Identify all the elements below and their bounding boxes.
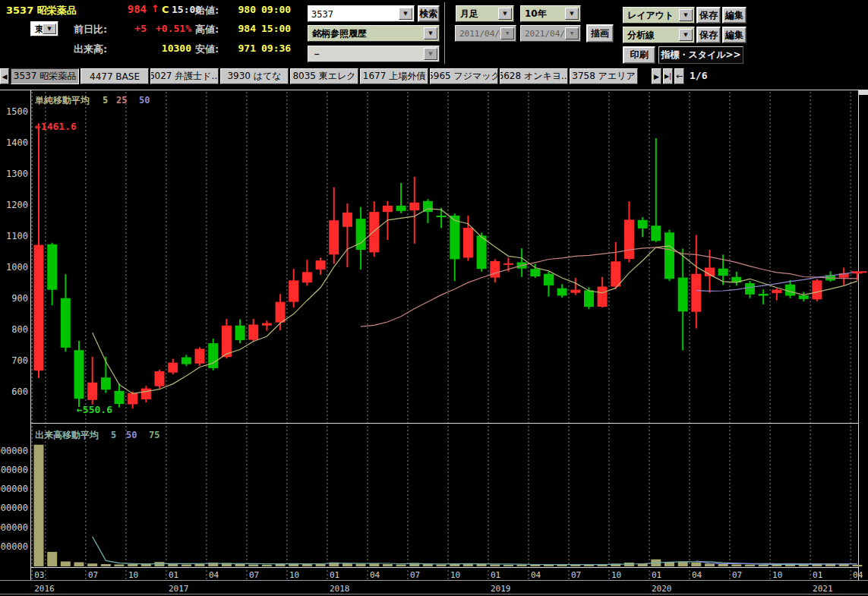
price-up-arrow-icon: ↑: [151, 3, 159, 14]
svg-text:2019: 2019: [491, 584, 511, 594]
dropdown-arrow-icon[interactable]: ▼: [43, 24, 56, 34]
svg-text:10: 10: [772, 570, 782, 580]
tab-3930[interactable]: 3930 はてな: [220, 68, 289, 84]
dropdown-arrow-icon[interactable]: ▼: [679, 9, 693, 21]
svg-text:04: 04: [209, 570, 219, 580]
tab-scroll-left-button[interactable]: ◀: [0, 68, 9, 84]
tab-6628[interactable]: 6628 オンキヨ...: [500, 68, 568, 84]
indicator-style-button[interactable]: 指標・スタイル>>: [658, 46, 743, 64]
blank-select[interactable]: － ▼: [308, 46, 440, 62]
ref-history-select[interactable]: 銘柄参照履歴 ▼: [308, 25, 440, 42]
tab-5965[interactable]: 5965 フジマック: [430, 68, 498, 84]
dropdown-arrow-icon[interactable]: ▼: [498, 8, 512, 20]
svg-text:2018: 2018: [330, 584, 350, 594]
svg-text:単純移動平均: 単純移動平均: [34, 95, 90, 106]
svg-text:04: 04: [853, 570, 863, 580]
date-from-field[interactable]: 2011/04/05 ▼: [455, 25, 516, 42]
app-window: 3537 昭栄薬品 984 ↑ C 15:00 始値: 980 09:00 東*…: [0, 0, 868, 596]
low-time: 09:36: [261, 43, 291, 54]
exchange-select[interactable]: 東* ▼: [30, 21, 58, 36]
date-to-field[interactable]: 2021/04/05 ▼: [520, 25, 581, 42]
layout-select[interactable]: レイアウト ▼: [623, 7, 695, 24]
tab-back-button[interactable]: ←: [674, 68, 684, 84]
svg-text:07: 07: [571, 570, 581, 580]
svg-text:5000000: 5000000: [0, 522, 28, 533]
tab-3758[interactable]: 3758 アエリア: [570, 68, 638, 84]
open-label: 始値:: [195, 4, 219, 17]
span-value: 10年: [525, 8, 547, 20]
span-select[interactable]: 10年 ▼: [520, 5, 581, 22]
dropdown-arrow-icon: ▼: [565, 27, 579, 39]
low-label: 安値:: [195, 43, 219, 56]
stock-code-input[interactable]: [310, 8, 400, 21]
period-value: 月足: [460, 8, 478, 20]
svg-text:7500000: 7500000: [0, 503, 28, 513]
svg-text:07: 07: [249, 570, 259, 580]
tab-next-button[interactable]: ▶: [652, 68, 661, 84]
tab-8035[interactable]: 8035 東エレク: [290, 68, 358, 84]
svg-text:1100: 1100: [6, 231, 28, 241]
svg-text:1400: 1400: [6, 137, 28, 148]
layout-edit-button[interactable]: 編集: [722, 7, 746, 24]
svg-text:2017: 2017: [169, 584, 189, 594]
svg-text:01: 01: [491, 570, 500, 580]
blank-value: －: [312, 48, 321, 61]
svg-text:10: 10: [611, 570, 621, 580]
prev-diff-pct: +0.51%: [152, 23, 191, 34]
svg-text:07: 07: [732, 570, 742, 580]
svg-text:50: 50: [126, 430, 137, 440]
svg-text:12500000: 12500000: [0, 465, 28, 475]
tab-3537[interactable]: 3537 昭栄薬品: [11, 68, 79, 84]
dropdown-arrow-icon[interactable]: ▼: [424, 27, 437, 39]
svg-text:1500: 1500: [6, 106, 28, 117]
analysis-edit-button[interactable]: 編集: [722, 27, 746, 43]
svg-text:50: 50: [139, 95, 150, 106]
dropdown-arrow-icon[interactable]: ▼: [679, 29, 693, 41]
svg-text:出来高移動平均: 出来高移動平均: [35, 430, 99, 440]
session-flag: C: [162, 4, 169, 15]
svg-text:15000000: 15000000: [0, 446, 28, 456]
layout-save-button[interactable]: 保存: [696, 7, 721, 24]
stock-code-name: 3537 昭栄薬品: [6, 4, 77, 17]
period-select[interactable]: 月足 ▼: [456, 5, 514, 22]
svg-text:25: 25: [116, 95, 127, 106]
volume-value: 10300: [144, 43, 191, 54]
svg-text:←1461.6: ←1461.6: [35, 121, 77, 132]
analysis-line-select[interactable]: 分析線 ▼: [623, 27, 695, 43]
print-button[interactable]: 印刷: [623, 46, 655, 64]
dropdown-arrow-icon[interactable]: ▼: [565, 8, 579, 20]
svg-text:600: 600: [11, 386, 28, 397]
tab-6027[interactable]: 6027 弁護士ド...: [150, 68, 219, 84]
search-button[interactable]: 検索: [418, 5, 440, 22]
svg-text:07: 07: [88, 570, 98, 580]
tab-last-button[interactable]: ▶|: [663, 68, 673, 84]
tab-4477[interactable]: 4477 BASE: [80, 68, 149, 84]
svg-text:1200: 1200: [6, 200, 28, 210]
stock-tab-bar: ◀ 3537 昭栄薬品 4477 BASE 6027 弁護士ド... 3930 …: [0, 67, 868, 87]
stock-code-combo[interactable]: ▼: [308, 5, 415, 22]
high-time: 15:00: [261, 23, 291, 34]
tab-page-indicator: 1/6: [690, 70, 707, 81]
chart-canvas: 0320160710012017040710012018040710012019…: [0, 90, 868, 596]
divider: [444, 2, 445, 64]
svg-text:700: 700: [11, 355, 28, 366]
svg-text:01: 01: [813, 570, 822, 580]
svg-text:10000000: 10000000: [0, 484, 28, 494]
svg-text:04: 04: [531, 570, 541, 580]
svg-text:10: 10: [128, 570, 138, 580]
svg-text:2016: 2016: [34, 584, 54, 594]
svg-text:2020: 2020: [652, 584, 672, 594]
tab-1677[interactable]: 1677 上場外債: [360, 68, 428, 84]
svg-text:2021: 2021: [813, 584, 833, 594]
analysis-save-button[interactable]: 保存: [696, 27, 721, 43]
svg-text:75: 75: [149, 430, 159, 440]
dropdown-arrow-icon[interactable]: ▼: [424, 48, 437, 60]
svg-text:10: 10: [450, 570, 460, 580]
svg-text:07: 07: [410, 570, 420, 580]
high-label: 高値:: [195, 23, 219, 36]
dropdown-arrow-icon[interactable]: ▼: [399, 8, 412, 20]
svg-text:2500000: 2500000: [0, 541, 28, 552]
svg-text:03: 03: [34, 570, 44, 580]
draw-button[interactable]: 描画: [586, 24, 614, 43]
svg-text:5: 5: [111, 430, 116, 440]
